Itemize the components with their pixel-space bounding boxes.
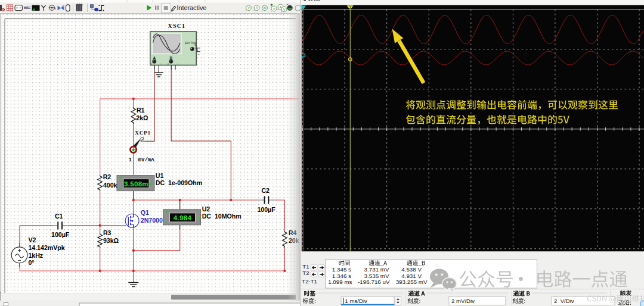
- svg-text:V: V: [197, 215, 200, 221]
- svg-text:2kΩ: 2kΩ: [136, 114, 148, 121]
- svg-text:393.255 mV: 393.255 mV: [396, 279, 428, 285]
- svg-text:U2: U2: [202, 205, 210, 213]
- svg-text:2N7000: 2N7000: [141, 217, 163, 224]
- svg-text:1 mV/mA: 1 mV/mA: [128, 157, 154, 163]
- svg-text:4.984: 4.984: [174, 214, 192, 221]
- svg-text:0°: 0°: [28, 259, 34, 266]
- svg-text:R2: R2: [103, 173, 112, 180]
- svg-text:Interactive: Interactive: [177, 4, 207, 11]
- svg-text:100µF: 100µF: [257, 206, 275, 213]
- svg-text:1kHz: 1kHz: [28, 252, 43, 259]
- svg-text:4.931 V: 4.931 V: [401, 273, 422, 279]
- svg-text:A: A: [153, 56, 156, 60]
- svg-text:W: W: [263, 6, 267, 10]
- svg-text:+: +: [167, 62, 169, 65]
- svg-text:V2: V2: [28, 236, 36, 243]
- svg-text:MISC: MISC: [24, 7, 31, 10]
- svg-text:3.508m: 3.508m: [124, 180, 148, 188]
- svg-text:1.099 ms: 1.099 ms: [328, 279, 352, 285]
- svg-text:−: −: [177, 62, 179, 65]
- svg-text:100µF: 100µF: [51, 231, 70, 238]
- svg-text:93kΩ: 93kΩ: [103, 237, 119, 244]
- svg-text:1 ms/Div: 1 ms/Div: [345, 298, 368, 304]
- svg-text:1.346 s: 1.346 s: [332, 273, 351, 279]
- svg-text:DC 10MOhm: DC 10MOhm: [202, 213, 242, 220]
- svg-text:−: −: [198, 52, 200, 56]
- svg-text:4.538 V: 4.538 V: [401, 266, 422, 273]
- svg-text:C1: C1: [55, 213, 63, 220]
- svg-text:3.731 mV: 3.731 mV: [364, 266, 389, 273]
- svg-text:-196.716 uV: -196.716 uV: [358, 279, 390, 285]
- svg-text:C2: C2: [261, 187, 270, 194]
- svg-text:V: V: [273, 7, 275, 11]
- svg-text:1.345 s: 1.345 s: [332, 266, 351, 273]
- svg-text:V: V: [283, 8, 286, 11]
- svg-text:2 V/Div: 2 V/Div: [554, 298, 574, 304]
- svg-text:Q1: Q1: [141, 209, 149, 216]
- svg-text:+: +: [150, 62, 152, 65]
- svg-text:T1: T1: [302, 263, 309, 270]
- svg-text:A: A: [256, 6, 258, 10]
- svg-text:−: −: [160, 62, 162, 65]
- svg-text:2 mV/Div: 2 mV/Div: [451, 298, 475, 304]
- svg-text:U1: U1: [156, 172, 164, 179]
- svg-text:B: B: [170, 56, 173, 60]
- svg-text:XCP1: XCP1: [135, 130, 151, 136]
- svg-text:T2: T2: [302, 270, 309, 276]
- svg-text:DC 1e-009Ohm: DC 1e-009Ohm: [156, 179, 202, 186]
- svg-text:+: +: [195, 43, 197, 47]
- svg-text:14.142mVpk: 14.142mVpk: [28, 244, 64, 251]
- svg-text:T2-T1: T2-T1: [302, 278, 317, 285]
- svg-text:R1: R1: [137, 107, 145, 114]
- svg-text:XSC1: XSC1: [168, 23, 186, 29]
- svg-text:3.535 mV: 3.535 mV: [364, 273, 389, 279]
- svg-text:V: V: [247, 6, 250, 10]
- svg-text:R3: R3: [103, 229, 112, 236]
- svg-text:400k: 400k: [103, 182, 117, 189]
- svg-text:2: 2: [349, 5, 351, 10]
